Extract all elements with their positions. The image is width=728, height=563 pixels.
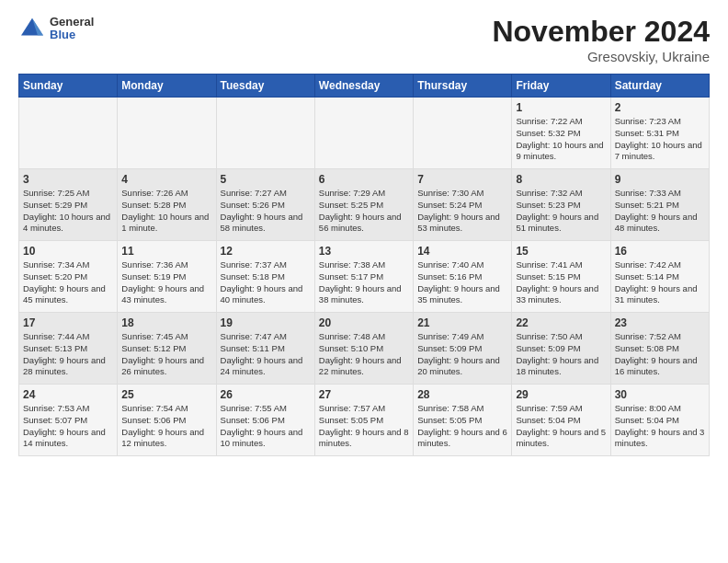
day-number: 12 — [221, 245, 311, 258]
col-thursday: Thursday — [414, 75, 512, 98]
calendar-cell: 28Sunrise: 7:58 AM Sunset: 5:05 PM Dayli… — [414, 385, 512, 456]
calendar-cell: 19Sunrise: 7:47 AM Sunset: 5:11 PM Dayli… — [216, 313, 314, 385]
col-sunday: Sunday — [19, 75, 118, 98]
day-detail: Sunrise: 7:57 AM Sunset: 5:05 PM Dayligh… — [319, 403, 409, 450]
calendar-cell: 23Sunrise: 7:52 AM Sunset: 5:08 PM Dayli… — [610, 313, 709, 385]
day-number: 17 — [23, 316, 113, 329]
day-detail: Sunrise: 7:44 AM Sunset: 5:13 PM Dayligh… — [23, 331, 113, 378]
day-number: 23 — [615, 316, 705, 329]
calendar-cell: 8Sunrise: 7:32 AM Sunset: 5:23 PM Daylig… — [512, 169, 610, 241]
day-detail: Sunrise: 7:52 AM Sunset: 5:08 PM Dayligh… — [615, 331, 705, 378]
day-detail: Sunrise: 7:40 AM Sunset: 5:16 PM Dayligh… — [417, 259, 507, 306]
day-detail: Sunrise: 7:48 AM Sunset: 5:10 PM Dayligh… — [319, 331, 409, 378]
calendar-cell: 16Sunrise: 7:42 AM Sunset: 5:14 PM Dayli… — [610, 241, 709, 313]
title-block: November 2024 Gresovskiy, Ukraine — [492, 15, 710, 64]
day-number: 1 — [516, 101, 606, 114]
day-number: 22 — [516, 316, 606, 329]
location: Gresovskiy, Ukraine — [492, 49, 710, 64]
day-number: 27 — [319, 388, 409, 401]
calendar-cell — [314, 98, 413, 169]
day-detail: Sunrise: 7:29 AM Sunset: 5:25 PM Dayligh… — [319, 188, 409, 235]
calendar-cell: 17Sunrise: 7:44 AM Sunset: 5:13 PM Dayli… — [19, 313, 118, 385]
day-number: 14 — [417, 245, 507, 258]
calendar-cell: 9Sunrise: 7:33 AM Sunset: 5:21 PM Daylig… — [610, 169, 709, 241]
day-number: 29 — [516, 388, 606, 401]
logo-icon — [18, 15, 46, 42]
col-wednesday: Wednesday — [314, 75, 413, 98]
day-detail: Sunrise: 7:22 AM Sunset: 5:32 PM Dayligh… — [516, 116, 606, 163]
calendar-cell: 22Sunrise: 7:50 AM Sunset: 5:09 PM Dayli… — [512, 313, 610, 385]
day-detail: Sunrise: 7:36 AM Sunset: 5:19 PM Dayligh… — [121, 259, 211, 306]
calendar-cell — [414, 98, 512, 169]
calendar-cell: 5Sunrise: 7:27 AM Sunset: 5:26 PM Daylig… — [216, 169, 314, 241]
calendar-cell: 10Sunrise: 7:34 AM Sunset: 5:20 PM Dayli… — [19, 241, 118, 313]
header-row: Sunday Monday Tuesday Wednesday Thursday… — [19, 75, 710, 98]
day-number: 26 — [221, 388, 311, 401]
header: General Blue November 2024 Gresovskiy, U… — [18, 15, 710, 64]
calendar-cell: 20Sunrise: 7:48 AM Sunset: 5:10 PM Dayli… — [314, 313, 413, 385]
col-monday: Monday — [118, 75, 216, 98]
day-number: 15 — [516, 245, 606, 258]
day-number: 4 — [121, 173, 211, 186]
day-detail: Sunrise: 7:55 AM Sunset: 5:06 PM Dayligh… — [221, 403, 311, 450]
day-detail: Sunrise: 7:49 AM Sunset: 5:09 PM Dayligh… — [417, 331, 507, 378]
day-detail: Sunrise: 7:50 AM Sunset: 5:09 PM Dayligh… — [516, 331, 606, 378]
day-detail: Sunrise: 7:47 AM Sunset: 5:11 PM Dayligh… — [221, 331, 311, 378]
calendar-cell: 6Sunrise: 7:29 AM Sunset: 5:25 PM Daylig… — [314, 169, 413, 241]
day-number: 24 — [23, 388, 113, 401]
day-detail: Sunrise: 7:42 AM Sunset: 5:14 PM Dayligh… — [615, 259, 705, 306]
week-row-1: 1Sunrise: 7:22 AM Sunset: 5:32 PM Daylig… — [19, 98, 710, 169]
day-detail: Sunrise: 7:23 AM Sunset: 5:31 PM Dayligh… — [615, 116, 705, 163]
day-number: 7 — [417, 173, 507, 186]
month-title: November 2024 — [492, 15, 710, 49]
day-detail: Sunrise: 7:27 AM Sunset: 5:26 PM Dayligh… — [221, 188, 311, 235]
day-number: 16 — [615, 245, 705, 258]
day-number: 28 — [417, 388, 507, 401]
logo-blue: Blue — [50, 29, 94, 41]
day-number: 10 — [23, 245, 113, 258]
day-number: 19 — [221, 316, 311, 329]
day-detail: Sunrise: 7:59 AM Sunset: 5:04 PM Dayligh… — [516, 403, 606, 450]
day-detail: Sunrise: 7:34 AM Sunset: 5:20 PM Dayligh… — [23, 259, 113, 306]
day-detail: Sunrise: 8:00 AM Sunset: 5:04 PM Dayligh… — [615, 403, 705, 450]
week-row-4: 17Sunrise: 7:44 AM Sunset: 5:13 PM Dayli… — [19, 313, 710, 385]
day-detail: Sunrise: 7:45 AM Sunset: 5:12 PM Dayligh… — [121, 331, 211, 378]
day-number: 20 — [319, 316, 409, 329]
logo: General Blue — [18, 15, 94, 42]
calendar-cell: 18Sunrise: 7:45 AM Sunset: 5:12 PM Dayli… — [118, 313, 216, 385]
day-detail: Sunrise: 7:53 AM Sunset: 5:07 PM Dayligh… — [23, 403, 113, 450]
day-number: 25 — [121, 388, 211, 401]
day-number: 21 — [417, 316, 507, 329]
day-detail: Sunrise: 7:38 AM Sunset: 5:17 PM Dayligh… — [319, 259, 409, 306]
calendar-cell: 1Sunrise: 7:22 AM Sunset: 5:32 PM Daylig… — [512, 98, 610, 169]
day-number: 11 — [121, 245, 211, 258]
calendar-cell: 21Sunrise: 7:49 AM Sunset: 5:09 PM Dayli… — [414, 313, 512, 385]
day-detail: Sunrise: 7:33 AM Sunset: 5:21 PM Dayligh… — [615, 188, 705, 235]
calendar: Sunday Monday Tuesday Wednesday Thursday… — [18, 74, 710, 456]
calendar-cell: 12Sunrise: 7:37 AM Sunset: 5:18 PM Dayli… — [216, 241, 314, 313]
day-detail: Sunrise: 7:26 AM Sunset: 5:28 PM Dayligh… — [121, 188, 211, 235]
calendar-cell: 11Sunrise: 7:36 AM Sunset: 5:19 PM Dayli… — [118, 241, 216, 313]
calendar-cell: 29Sunrise: 7:59 AM Sunset: 5:04 PM Dayli… — [512, 385, 610, 456]
calendar-cell: 27Sunrise: 7:57 AM Sunset: 5:05 PM Dayli… — [314, 385, 413, 456]
calendar-cell — [118, 98, 216, 169]
day-detail: Sunrise: 7:32 AM Sunset: 5:23 PM Dayligh… — [516, 188, 606, 235]
calendar-header: Sunday Monday Tuesday Wednesday Thursday… — [19, 75, 710, 98]
day-detail: Sunrise: 7:25 AM Sunset: 5:29 PM Dayligh… — [23, 188, 113, 235]
day-number: 30 — [615, 388, 705, 401]
logo-text: General Blue — [50, 16, 94, 42]
col-tuesday: Tuesday — [216, 75, 314, 98]
calendar-cell: 24Sunrise: 7:53 AM Sunset: 5:07 PM Dayli… — [19, 385, 118, 456]
calendar-cell: 15Sunrise: 7:41 AM Sunset: 5:15 PM Dayli… — [512, 241, 610, 313]
day-detail: Sunrise: 7:54 AM Sunset: 5:06 PM Dayligh… — [121, 403, 211, 450]
calendar-cell: 3Sunrise: 7:25 AM Sunset: 5:29 PM Daylig… — [19, 169, 118, 241]
day-number: 18 — [121, 316, 211, 329]
calendar-cell: 14Sunrise: 7:40 AM Sunset: 5:16 PM Dayli… — [414, 241, 512, 313]
day-number: 3 — [23, 173, 113, 186]
calendar-body: 1Sunrise: 7:22 AM Sunset: 5:32 PM Daylig… — [19, 98, 710, 456]
day-detail: Sunrise: 7:58 AM Sunset: 5:05 PM Dayligh… — [417, 403, 507, 450]
week-row-3: 10Sunrise: 7:34 AM Sunset: 5:20 PM Dayli… — [19, 241, 710, 313]
day-number: 13 — [319, 245, 409, 258]
calendar-cell: 4Sunrise: 7:26 AM Sunset: 5:28 PM Daylig… — [118, 169, 216, 241]
day-detail: Sunrise: 7:37 AM Sunset: 5:18 PM Dayligh… — [221, 259, 311, 306]
